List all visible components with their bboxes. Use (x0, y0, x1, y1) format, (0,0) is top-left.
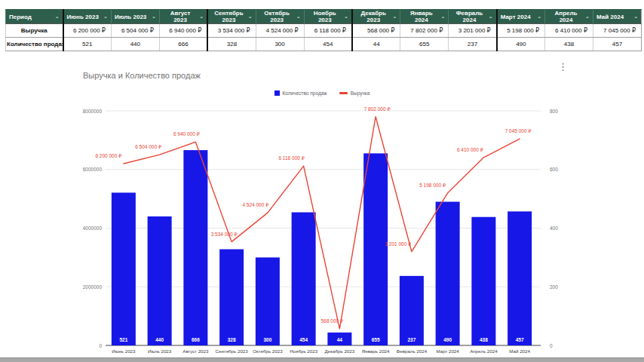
x-axis-label: Июль 2023 (148, 348, 172, 354)
bar-value-label: 454 (299, 337, 308, 342)
line-point-label: 6 118 000 ₽ (278, 155, 304, 161)
bar-value-label: 438 (480, 337, 488, 342)
left-axis-tick: 8000000 (83, 109, 103, 114)
line-point-label: 568 000 ₽ (321, 318, 343, 324)
bar[interactable] (400, 276, 424, 345)
bar-value-label: 44 (337, 337, 343, 342)
left-axis-tick: 2000000 (83, 284, 103, 290)
bar[interactable] (508, 211, 532, 345)
right-axis-tick: 600 (550, 167, 558, 172)
left-axis-tick: 4000000 (83, 225, 103, 231)
bar-value-label: 521 (119, 337, 127, 342)
bar[interactable] (183, 150, 207, 345)
line-point-label: 6 200 000 ₽ (95, 153, 121, 158)
right-axis-tick: 0 (550, 343, 553, 348)
line-point-label: 7 045 000 ₽ (505, 128, 532, 133)
x-axis-label: Август 2023 (182, 348, 209, 354)
line-point-label: 7 802 000 ₽ (364, 106, 391, 112)
line-point-label: 6 410 000 ₽ (457, 147, 483, 152)
dashboard-view: Период ⌄ Июнь 2023⌄Июль 2023⌄Август 2023… (0, 0, 644, 362)
bar[interactable] (219, 249, 244, 345)
line-point-label: 4 524 000 ₽ (242, 202, 268, 207)
window-bottom-edge (0, 357, 644, 362)
x-axis-label: Май 2024 (509, 348, 530, 354)
bar[interactable] (148, 216, 172, 345)
bar-value-label: 237 (407, 337, 416, 342)
x-axis-label: Октябрь 2023 (253, 348, 283, 354)
x-axis-label: Февраль 2024 (397, 348, 428, 354)
x-axis-label: Апрель 2024 (470, 348, 498, 354)
combo-chart: 0020000002004000000400600000060080000008… (0, 0, 644, 362)
left-axis-tick: 0 (99, 343, 102, 348)
x-axis-label: Ноябрь 2023 (290, 348, 318, 354)
bar[interactable] (112, 192, 136, 345)
bar-value-label: 440 (155, 337, 164, 342)
bar-value-label: 655 (372, 337, 380, 342)
right-axis-tick: 200 (550, 284, 558, 290)
x-axis-label: Сентябрь 2023 (216, 348, 249, 354)
line-point-label: 3 201 000 ₽ (385, 241, 411, 247)
right-axis-tick: 800 (550, 109, 558, 114)
bar-value-label: 666 (192, 337, 200, 342)
x-axis-label: Декабрь 2023 (325, 348, 355, 354)
bar[interactable] (292, 213, 316, 345)
x-axis-label: Январь 2024 (362, 348, 390, 354)
x-axis-label: Март 2024 (436, 348, 459, 354)
line-point-label: 6 504 000 ₽ (135, 144, 161, 149)
right-axis-tick: 400 (550, 225, 558, 231)
left-axis-tick: 6000000 (83, 167, 103, 172)
bar-value-label: 300 (263, 337, 271, 342)
x-axis-label: Июнь 2023 (112, 348, 136, 354)
bar-value-label: 457 (516, 337, 524, 342)
bar[interactable] (436, 202, 460, 345)
bar-value-label: 328 (228, 337, 236, 342)
bar-value-label: 490 (443, 337, 452, 342)
bar[interactable] (363, 153, 388, 345)
bar[interactable] (471, 217, 495, 345)
line-point-label: 3 534 000 ₽ (211, 232, 238, 237)
line-point-label: 5 198 000 ₽ (419, 183, 446, 188)
bar[interactable] (256, 257, 280, 345)
line-point-label: 6 940 000 ₽ (173, 131, 200, 137)
